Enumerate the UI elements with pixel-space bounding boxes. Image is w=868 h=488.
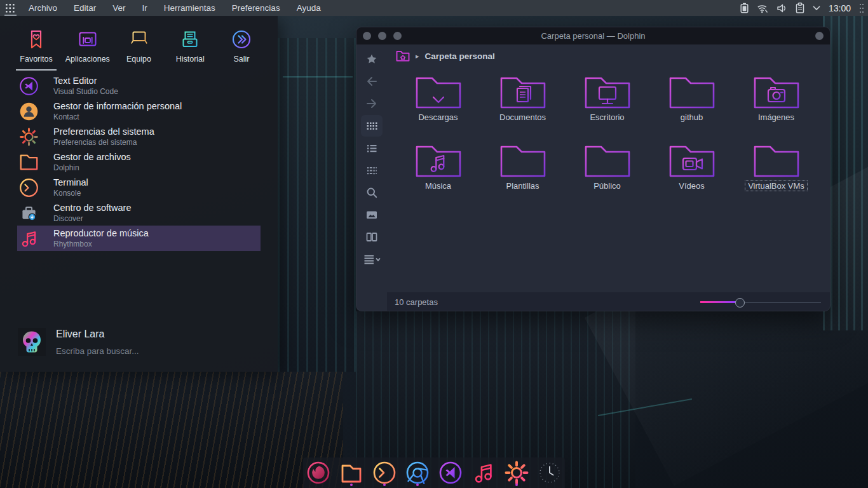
- favorite-text-editor[interactable]: Text Editor Visual Studio Code: [17, 73, 261, 98]
- dock-vscode[interactable]: [438, 459, 463, 487]
- zoom-slider-fill: [700, 301, 738, 303]
- menu-ir[interactable]: Ir: [134, 0, 156, 16]
- folder-imagenes[interactable]: Imágenes: [734, 74, 818, 142]
- menu-herramientas[interactable]: Herramientas: [156, 0, 224, 16]
- split-icon[interactable]: [361, 226, 383, 248]
- wallpaper-building: [0, 372, 343, 488]
- clock-icon: [537, 460, 562, 485]
- dolphin-icon: [339, 461, 364, 485]
- back-icon[interactable]: [361, 71, 383, 92]
- favorite-terminal[interactable]: Terminal Konsole: [17, 175, 261, 200]
- launcher-tabs: Favoritos Aplicaciones Equipo Historial …: [0, 16, 278, 71]
- folder-icon: [414, 74, 463, 111]
- preview-icon[interactable]: [361, 204, 383, 226]
- favorite-centro-de-software[interactable]: Centro de software Discover: [17, 200, 261, 226]
- dock-rhythmbox[interactable]: [471, 459, 496, 487]
- menu-ayuda[interactable]: Ayuda: [288, 0, 329, 16]
- menu-ver[interactable]: Ver: [104, 0, 133, 16]
- folder-musica[interactable]: Música: [396, 142, 480, 211]
- firefox-icon: [306, 460, 331, 485]
- menu-icon[interactable]: [361, 248, 383, 270]
- dolphin-window: Carpeta personal — Dolphin ▸ Carpeta per…: [356, 27, 831, 311]
- breadcrumb-bar: ▸ Carpeta personal: [387, 44, 830, 67]
- rhythmbox-icon: [18, 228, 39, 249]
- konsole-icon: [18, 177, 39, 198]
- window-button[interactable]: [378, 32, 386, 40]
- folder-videos[interactable]: Vídeos: [649, 142, 734, 211]
- folder-descargas[interactable]: Descargas: [396, 74, 480, 142]
- rhythmbox-icon: [471, 460, 496, 485]
- menu-archivo[interactable]: Archivo: [20, 0, 65, 16]
- folder-github[interactable]: github: [649, 74, 734, 142]
- clock[interactable]: 13:00: [829, 3, 851, 13]
- menu-editar[interactable]: Editar: [65, 0, 104, 16]
- tab-favoritos[interactable]: Favoritos: [11, 29, 61, 71]
- folder-label: Escritorio: [587, 112, 627, 122]
- zoom-slider[interactable]: [700, 297, 821, 308]
- kontact-icon: [18, 101, 39, 122]
- dock-clock[interactable]: [537, 459, 562, 487]
- tab-aplicaciones[interactable]: Aplicaciones: [63, 29, 112, 71]
- favorite-reproductor-de-musica[interactable]: Reproductor de música Rhythmbox: [17, 226, 261, 251]
- compact-view-icon[interactable]: [361, 159, 383, 181]
- menubar: ArchivoEditarVerIrHerramientasPreferenci…: [20, 0, 329, 16]
- folder-label: Vídeos: [676, 181, 707, 191]
- dock-settings[interactable]: [504, 459, 529, 487]
- volume-icon[interactable]: [776, 3, 787, 13]
- tab-salir[interactable]: Salir: [217, 29, 266, 71]
- system-settings-icon: [18, 126, 39, 147]
- breadcrumb[interactable]: Carpeta personal: [425, 51, 495, 61]
- chevron-down-icon[interactable]: [813, 6, 820, 11]
- running-indicator: [515, 484, 518, 486]
- search-icon[interactable]: [361, 182, 383, 203]
- menu-preferencias[interactable]: Preferencias: [224, 0, 288, 16]
- app-grid-button[interactable]: [0, 0, 20, 16]
- avatar[interactable]: [18, 328, 46, 356]
- titlebar[interactable]: Carpeta personal — Dolphin: [356, 27, 830, 44]
- folder-escritorio[interactable]: Escritorio: [565, 74, 649, 142]
- folder-documentos[interactable]: Documentos: [480, 74, 565, 142]
- folder-label: VirtualBox VMs: [745, 181, 807, 191]
- folder-icon: [583, 142, 632, 179]
- system-tray: 13:00: [740, 3, 868, 14]
- dock-dolphin[interactable]: [339, 459, 364, 487]
- favorite-gestor-de-archivos[interactable]: Gestor de archivos Dolphin: [17, 149, 261, 175]
- favorite-preferencias-del-sistema[interactable]: Preferencias del sistema Preferencias de…: [17, 124, 261, 149]
- zoom-slider-handle[interactable]: [735, 298, 745, 308]
- window-button[interactable]: [393, 32, 402, 40]
- discover-icon: [18, 203, 39, 224]
- dock-firefox[interactable]: [306, 459, 331, 487]
- favorite-gestor-de-informacion-personal[interactable]: Gestor de información personal Kontact: [17, 98, 261, 124]
- user-name: Eliver Lara: [56, 329, 247, 340]
- folder-virtualbox-vms[interactable]: VirtualBox VMs: [734, 142, 818, 211]
- folder-publico[interactable]: Público: [565, 142, 649, 211]
- clipboard-icon[interactable]: [796, 3, 804, 13]
- folder-icon: [498, 74, 548, 111]
- dock: [303, 458, 565, 488]
- places-icon[interactable]: [361, 48, 383, 70]
- network-icon[interactable]: [757, 3, 768, 13]
- tab-equipo[interactable]: Equipo: [114, 29, 164, 71]
- favorites-bookmark-icon: [25, 29, 47, 50]
- search-input[interactable]: [56, 346, 247, 356]
- folder-plantillas[interactable]: Plantillas: [480, 142, 565, 211]
- dolphin-folder-icon: [18, 152, 39, 173]
- folder-icon: [752, 142, 801, 179]
- forward-icon[interactable]: [361, 93, 383, 114]
- dock-konsole[interactable]: [372, 459, 397, 487]
- window-button[interactable]: [363, 32, 371, 40]
- settings-icon: [504, 460, 529, 485]
- konsole-icon: [372, 460, 397, 485]
- grid-view-icon[interactable]: [361, 115, 383, 137]
- dock-chromium[interactable]: [405, 459, 430, 487]
- panel-handle-icon[interactable]: [859, 3, 864, 14]
- folder-label: Plantillas: [503, 181, 541, 191]
- battery-icon[interactable]: [740, 3, 749, 13]
- tab-historial[interactable]: Historial: [165, 29, 215, 71]
- computer-icon: [128, 29, 150, 50]
- view-toolbar: [356, 44, 387, 311]
- window-menu-button[interactable]: [815, 32, 824, 40]
- vscode-icon: [438, 460, 463, 485]
- list-view-icon[interactable]: [361, 137, 383, 159]
- home-folder-icon[interactable]: [396, 50, 410, 62]
